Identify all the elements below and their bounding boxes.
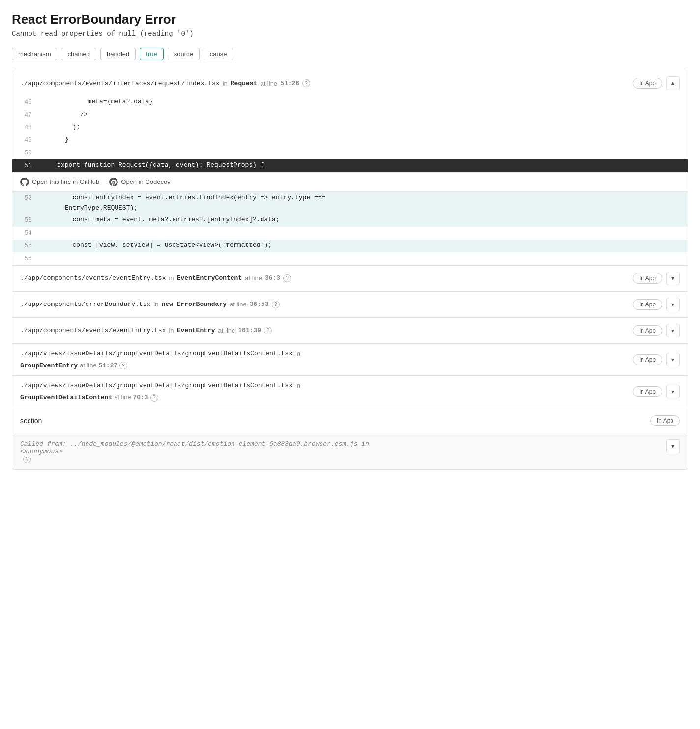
stack-frame-4: ./app/components/events/eventEntry.tsx i… xyxy=(12,318,688,344)
code-line-47: 47 /> xyxy=(12,109,688,122)
frame-1-code: 46 meta={meta?.data} 47 /> 48 ); 49 } 50 xyxy=(12,96,688,265)
section-frame-content: section In App xyxy=(12,408,688,433)
frame-1-header[interactable]: ./app/components/events/interfaces/reque… xyxy=(12,70,688,96)
code-line-53: 53 const meta = event._meta?.entries?.[e… xyxy=(12,214,688,227)
frame-2-question-icon[interactable]: ? xyxy=(283,274,291,282)
code-line-55: 55 const [view, setView] = useState<View… xyxy=(12,240,688,252)
code-line-49: 49 } xyxy=(12,134,688,147)
frame-2-inapp-badge: In App xyxy=(633,273,662,284)
frame-6-inapp-badge: In App xyxy=(633,386,662,397)
tag-handled[interactable]: handled xyxy=(100,48,136,60)
called-from-question-icon[interactable]: ? xyxy=(23,456,31,463)
stack-frame-6: ./app/views/issueDetails/groupEventDetai… xyxy=(12,376,688,408)
frame-2-function: EventEntryContent xyxy=(177,274,242,282)
called-from-anon: <anonymous> xyxy=(20,448,666,455)
code-line-50: 50 xyxy=(12,147,688,159)
frame-3-header[interactable]: ./app/components/errorBoundary.tsx in ne… xyxy=(12,292,688,317)
frame-3-info: ./app/components/errorBoundary.tsx in ne… xyxy=(20,301,633,308)
frame-4-at: at line xyxy=(218,327,235,334)
frame-6-actions: In App ▾ xyxy=(633,385,680,398)
section-label: section xyxy=(20,417,42,425)
frame-5-question-icon[interactable]: ? xyxy=(119,362,127,369)
frame-5-info: ./app/views/issueDetails/groupEventDetai… xyxy=(20,350,621,370)
stack-frame-1: ./app/components/events/interfaces/reque… xyxy=(12,70,688,266)
frame-5-function: GroupEventEntry xyxy=(20,362,78,369)
frame-4-info: ./app/components/events/eventEntry.tsx i… xyxy=(20,327,633,334)
called-from-frame: Called from: ../node_modules/@emotion/re… xyxy=(12,433,688,469)
codecov-icon xyxy=(109,178,118,186)
frame-1-path: ./app/components/events/interfaces/reque… xyxy=(20,80,220,87)
frame-4-path: ./app/components/events/eventEntry.tsx xyxy=(20,327,166,334)
frame-2-at: at line xyxy=(245,274,262,282)
code-line-56: 56 xyxy=(12,252,688,265)
tag-cause[interactable]: cause xyxy=(204,48,233,60)
frame-4-actions: In App ▾ xyxy=(633,324,680,337)
frame-1-at: at line xyxy=(260,80,277,87)
frame-1-collapse-button[interactable]: ▲ xyxy=(666,76,680,90)
tag-source[interactable]: source xyxy=(168,48,200,60)
tag-true[interactable]: true xyxy=(140,48,163,60)
frame-4-in: in xyxy=(169,327,174,334)
frame-2-in: in xyxy=(169,274,174,282)
frame-3-at: at line xyxy=(230,301,247,308)
frame-2-path: ./app/components/events/eventEntry.tsx xyxy=(20,274,166,282)
frame-2-header[interactable]: ./app/components/events/eventEntry.tsx i… xyxy=(12,266,688,291)
frame-5-inapp-badge: In App xyxy=(633,354,662,365)
frame-6-in: in xyxy=(295,382,300,389)
frame-6-function: GroupEventDetailsContent xyxy=(20,394,112,401)
frame-5-line: 51:27 xyxy=(98,362,117,369)
frame-3-in: in xyxy=(153,301,158,308)
frame-1-function: Request xyxy=(231,80,258,87)
frame-3-expand-button[interactable]: ▾ xyxy=(666,298,680,311)
codecov-link[interactable]: Open in Codecov xyxy=(109,178,170,186)
section-inapp-badge: In App xyxy=(650,415,680,426)
called-from-expand-button[interactable]: ▾ xyxy=(666,439,680,453)
code-line-48: 48 ); xyxy=(12,122,688,134)
frame-4-question-icon[interactable]: ? xyxy=(264,327,272,334)
frame-3-inapp-badge: In App xyxy=(633,299,662,310)
section-actions: In App xyxy=(650,415,680,426)
tag-chained[interactable]: chained xyxy=(61,48,96,60)
frame-5-path: ./app/views/issueDetails/groupEventDetai… xyxy=(20,350,292,357)
frame-2-expand-button[interactable]: ▾ xyxy=(666,272,680,285)
links-bar: Open this line in GitHub Open in Codecov xyxy=(12,172,688,192)
frame-1-in: in xyxy=(223,80,228,87)
frame-5-at: at line xyxy=(80,362,98,369)
page-subtitle: Cannot read properties of null (reading … xyxy=(12,30,688,38)
page-title: React ErrorBoundary Error xyxy=(12,12,688,27)
frame-1-question-icon[interactable]: ? xyxy=(302,79,310,87)
frame-3-line: 36:53 xyxy=(250,301,269,308)
stack-frame-5: ./app/views/issueDetails/groupEventDetai… xyxy=(12,344,688,376)
frame-6-info: ./app/views/issueDetails/groupEventDetai… xyxy=(20,382,621,402)
frame-2-info: ./app/components/events/eventEntry.tsx i… xyxy=(20,274,633,282)
frame-6-line: 70:3 xyxy=(133,394,148,401)
frame-6-at: at line xyxy=(114,394,133,401)
frame-4-expand-button[interactable]: ▾ xyxy=(666,324,680,337)
frame-5-expand-button[interactable]: ▾ xyxy=(666,353,680,366)
tag-bar: mechanism chained handled true source ca… xyxy=(12,48,688,60)
called-from-text: Called from: ../node_modules/@emotion/re… xyxy=(20,440,666,455)
code-line-51: 51 export function Request({data, event}… xyxy=(12,159,688,172)
github-link[interactable]: Open this line in GitHub xyxy=(20,178,99,186)
frame-6-question-icon[interactable]: ? xyxy=(150,394,158,402)
frame-3-path: ./app/components/errorBoundary.tsx xyxy=(20,301,150,308)
code-line-46: 46 meta={meta?.data} xyxy=(12,96,688,109)
frame-3-actions: In App ▾ xyxy=(633,298,680,311)
frame-4-function: EventEntry xyxy=(177,327,215,334)
frame-1-inapp-badge: In App xyxy=(633,78,662,89)
frame-4-header[interactable]: ./app/components/events/eventEntry.tsx i… xyxy=(12,318,688,343)
frame-4-inapp-badge: In App xyxy=(633,325,662,336)
tag-mechanism[interactable]: mechanism xyxy=(12,48,57,60)
frame-5-actions: In App ▾ xyxy=(633,353,680,366)
stack-frame-section: section In App xyxy=(12,408,688,433)
frame-3-question-icon[interactable]: ? xyxy=(272,301,280,308)
frame-5-header[interactable]: ./app/views/issueDetails/groupEventDetai… xyxy=(12,344,688,376)
frame-2-line: 36:3 xyxy=(265,274,280,282)
github-link-text: Open this line in GitHub xyxy=(32,178,99,185)
frame-6-header[interactable]: ./app/views/issueDetails/groupEventDetai… xyxy=(12,376,688,408)
stack-frame-3: ./app/components/errorBoundary.tsx in ne… xyxy=(12,292,688,318)
frame-6-expand-button[interactable]: ▾ xyxy=(666,385,680,398)
frame-6-path: ./app/views/issueDetails/groupEventDetai… xyxy=(20,382,292,389)
frame-1-line: 51:26 xyxy=(280,80,299,87)
github-icon xyxy=(20,178,29,186)
